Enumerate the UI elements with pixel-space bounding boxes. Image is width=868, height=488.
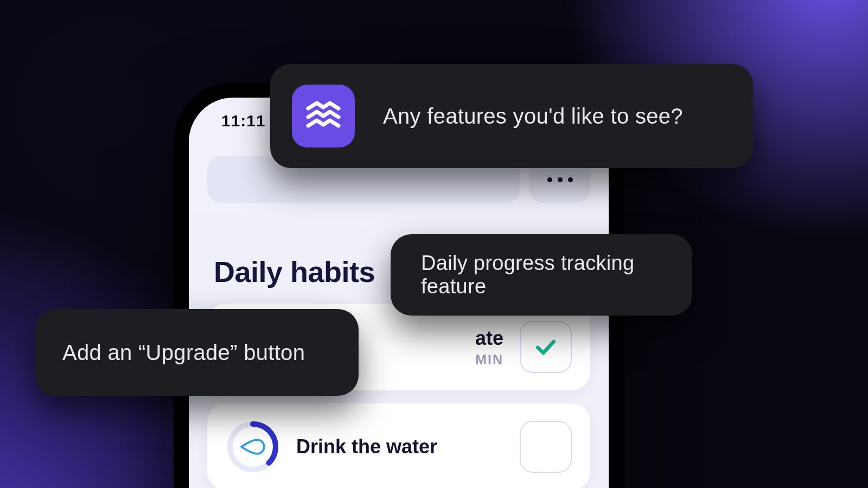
habit-checkbox[interactable] [520,321,572,373]
status-time: 11:11 [221,112,266,130]
water-drop-icon [226,420,280,474]
habit-checkbox[interactable] [520,421,572,473]
feedback-reply-text: Daily progress tracking feature [421,252,662,298]
habit-card[interactable]: Drink the water [207,403,590,488]
more-icon [547,177,552,182]
habit-title: Drink the water [296,435,503,458]
habit-text: Drink the water [296,435,503,458]
feedback-reply-bubble: Daily progress tracking feature [391,234,692,316]
promo-canvas: 11:11 Daily habits [0,0,868,488]
check-icon [534,335,558,359]
app-logo-badge [292,85,355,147]
feedback-prompt-text: Any features you'd like to see? [383,104,683,129]
waves-icon [305,100,342,132]
more-icon [558,177,563,182]
feedback-reply-text: Add an “Upgrade” button [62,341,305,365]
feedback-reply-bubble: Add an “Upgrade” button [35,309,359,396]
more-icon [568,177,573,182]
feedback-prompt-bubble: Any features you'd like to see? [270,64,753,168]
section-title: Daily habits [214,255,375,288]
habit-progress-ring [226,420,280,474]
